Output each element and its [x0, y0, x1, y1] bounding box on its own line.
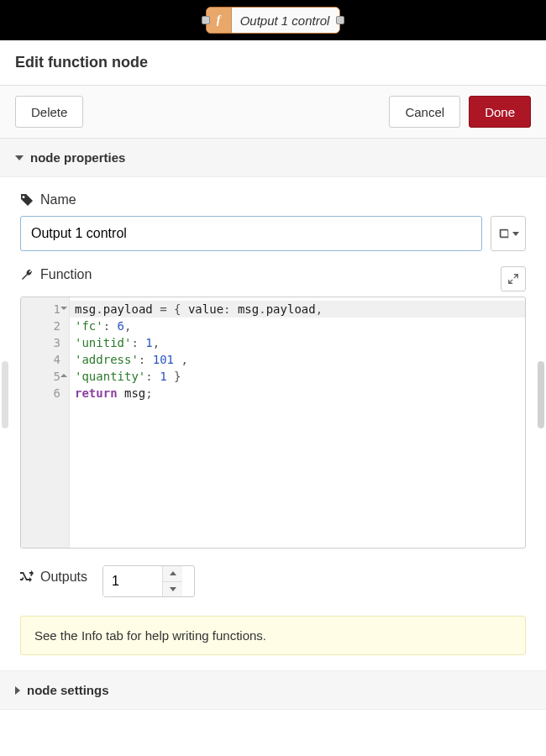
code-editor[interactable]: 123456 msg.payload = { value: msg.payloa…	[20, 297, 526, 549]
code-line[interactable]: 'unitid': 1,	[75, 334, 520, 351]
function-label: Function	[40, 267, 92, 282]
line-number: 6	[21, 385, 69, 402]
done-button[interactable]: Done	[469, 96, 531, 128]
code-line[interactable]: msg.payload = { value: msg.payload,	[70, 301, 525, 318]
panel-title: Edit function node	[15, 54, 148, 71]
outputs-step-down[interactable]	[163, 581, 182, 597]
expand-editor-button[interactable]	[501, 266, 526, 291]
node-preview-bar: f Output 1 control	[0, 0, 546, 40]
line-number: 3	[21, 334, 69, 351]
line-gutter: 123456	[21, 297, 70, 548]
delete-button[interactable]: Delete	[15, 96, 83, 128]
line-number: 2	[21, 318, 69, 334]
name-input[interactable]	[20, 216, 482, 251]
outputs-label-row: Outputs	[20, 570, 87, 585]
outputs-step-up[interactable]	[163, 566, 182, 581]
expand-icon	[507, 273, 519, 285]
section-label: node settings	[27, 683, 109, 697]
properties-body: Name Function 123456 msg.payload = { val…	[0, 177, 546, 670]
scrollbar-thumb-left[interactable]	[2, 361, 8, 428]
chevron-right-icon	[15, 686, 20, 695]
section-node-settings[interactable]: node settings	[0, 670, 546, 710]
outputs-spinner[interactable]	[102, 565, 195, 597]
code-line[interactable]: 'address': 101 ,	[75, 351, 520, 368]
line-number: 5	[21, 368, 69, 385]
code-line[interactable]: return msg;	[75, 385, 520, 402]
name-label: Name	[40, 192, 76, 207]
function-icon: f	[207, 8, 232, 33]
function-label-row: Function	[20, 267, 92, 282]
action-bar: Delete Cancel Done	[0, 86, 546, 139]
input-port[interactable]	[202, 16, 210, 24]
info-tip: See the Info tab for help writing functi…	[20, 616, 526, 655]
wrench-icon	[20, 268, 34, 281]
caret-down-icon	[512, 232, 519, 236]
code-area[interactable]: msg.payload = { value: msg.payload,'fc':…	[70, 297, 525, 548]
name-label-row: Name	[20, 192, 526, 207]
triangle-down-icon	[170, 587, 176, 591]
outputs-label: Outputs	[40, 570, 87, 585]
section-label: node properties	[30, 150, 125, 165]
edit-panel: Edit function node Delete Cancel Done no…	[0, 40, 546, 710]
shuffle-icon	[20, 570, 34, 584]
triangle-up-icon	[170, 571, 176, 575]
scrollbar-thumb[interactable]	[538, 361, 544, 428]
panel-header: Edit function node	[0, 40, 546, 86]
line-number: 1	[21, 301, 69, 318]
outputs-input[interactable]	[103, 566, 162, 596]
output-port[interactable]	[336, 16, 344, 24]
section-node-properties[interactable]: node properties	[0, 139, 546, 177]
book-icon	[498, 228, 510, 239]
node-title: Output 1 control	[232, 8, 340, 33]
tag-icon	[20, 193, 34, 207]
line-number: 4	[21, 351, 69, 368]
function-node-pill[interactable]: f Output 1 control	[206, 7, 341, 34]
library-button[interactable]	[491, 216, 526, 251]
chevron-down-icon	[15, 155, 24, 160]
code-line[interactable]: 'fc': 6,	[75, 318, 520, 334]
code-line[interactable]: 'quantity': 1 }	[75, 368, 520, 385]
cancel-button[interactable]: Cancel	[389, 96, 460, 128]
